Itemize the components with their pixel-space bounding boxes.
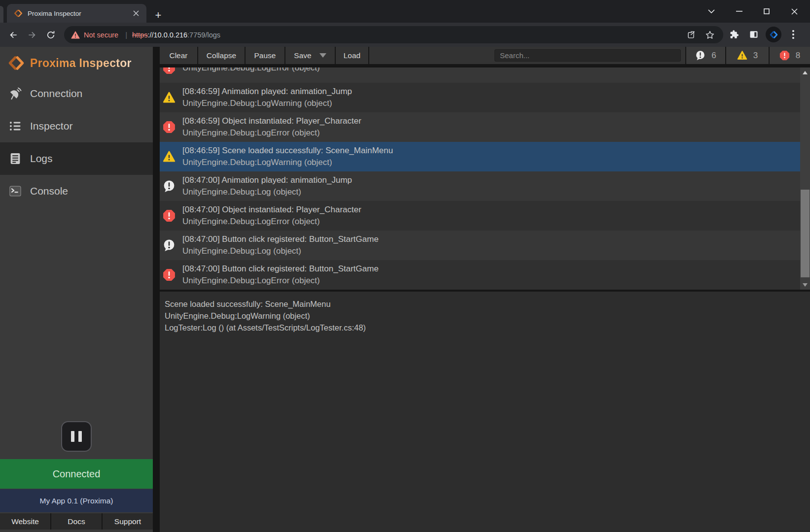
save-dropdown-caret-icon[interactable] <box>319 53 326 58</box>
reload-icon[interactable] <box>41 26 60 44</box>
profile-avatar[interactable] <box>764 25 783 44</box>
log-message: [08:47:00] Animation played: animation_J… <box>182 174 352 186</box>
proxima-app: Proxima Inspector Connection <box>0 47 810 532</box>
bookmark-star-icon[interactable] <box>701 26 719 43</box>
sidebar-item-console[interactable]: Console <box>0 175 153 207</box>
error-icon <box>163 209 176 222</box>
favicon-proxima-icon <box>14 9 23 18</box>
side-panel-icon[interactable] <box>744 25 764 44</box>
log-stacktrace: UnityEngine.Debug:LogError (object) <box>182 127 361 139</box>
close-window-button[interactable] <box>780 0 808 23</box>
sidebar-footer: Website Docs Support <box>0 513 153 530</box>
tab-search-chevron-icon[interactable] <box>698 0 725 23</box>
extensions-puzzle-icon[interactable] <box>724 25 744 44</box>
log-stacktrace: UnityEngine.Debug:Log (object) <box>182 245 379 257</box>
search-input[interactable] <box>494 49 681 62</box>
minimize-button[interactable] <box>725 0 753 23</box>
clear-button[interactable]: Clear <box>160 47 197 64</box>
log-message: [08:46:59] Scene loaded successfully: Sc… <box>182 145 393 157</box>
info-icon <box>163 180 176 193</box>
browser-menu-icon[interactable] <box>783 25 803 44</box>
log-row[interactable]: [08:47:00] Animation played: animation_J… <box>160 171 810 201</box>
error-icon <box>163 121 176 133</box>
error-filter-badge[interactable]: 8 <box>770 47 810 64</box>
log-row-content: [08:47:00] Object instantiated: Player_C… <box>160 201 810 231</box>
log-row-content: [08:46:59] Scene loaded successfully: Sc… <box>160 142 810 171</box>
document-icon <box>8 152 22 166</box>
detail-line: Scene loaded successfully: Scene_MainMen… <box>165 298 810 310</box>
satellite-icon <box>8 87 22 100</box>
sidebar-item-logs[interactable]: Logs <box>0 142 153 175</box>
info-count: 6 <box>711 51 716 61</box>
url-host: ://10.0.0.216 <box>147 31 187 39</box>
new-tab-button[interactable]: + <box>150 7 166 23</box>
tab-stub <box>0 6 3 23</box>
log-stacktrace: UnityEngine.Debug:LogError (object) <box>182 275 379 287</box>
maximize-button[interactable] <box>753 0 780 23</box>
log-stacktrace: UnityEngine.Debug:LogError (object) <box>182 67 320 74</box>
warning-count: 3 <box>753 51 758 61</box>
url-bar[interactable]: Not secure | https ://10.0.0.216 :7759/l… <box>64 26 723 43</box>
log-row[interactable]: [08:46:59] Scene loaded successfully: Sc… <box>160 142 810 171</box>
scroll-up-icon[interactable] <box>800 67 810 77</box>
collapse-button[interactable]: Collapse <box>198 47 245 64</box>
log-row[interactable]: [08:46:59] Animation played: animation_J… <box>160 83 810 112</box>
brand-title: Proxima Inspector <box>30 57 132 70</box>
log-row-content: [08:47:00] Button click registered: Butt… <box>160 231 810 260</box>
not-secure-label: Not secure <box>84 31 118 39</box>
tab-close-icon[interactable] <box>131 8 141 19</box>
log-row[interactable]: UnityEngine.Debug:LogError (object) <box>160 67 810 83</box>
log-list: UnityEngine.Debug:LogError (object) [08:… <box>160 67 810 290</box>
url-path: :7759/logs <box>187 31 220 39</box>
app-info-bar: My App 0.1 (Proxima) <box>0 489 153 512</box>
scroll-down-icon[interactable] <box>800 280 810 290</box>
log-stacktrace: UnityEngine.Debug:LogWarning (object) <box>182 157 393 168</box>
scrollbar-thumb[interactable] <box>801 190 810 277</box>
warning-filter-badge[interactable]: 3 <box>726 47 769 64</box>
log-row-content: [08:46:59] Object instantiated: Player_C… <box>160 112 810 142</box>
log-row-content: [08:46:59] Animation played: animation_J… <box>160 83 810 112</box>
brand: Proxima Inspector <box>8 55 132 71</box>
warning-triangle-icon <box>737 50 747 61</box>
pause-icon <box>71 431 74 442</box>
back-icon[interactable] <box>4 26 23 44</box>
save-button[interactable]: Save <box>285 47 335 64</box>
share-icon[interactable] <box>682 26 701 43</box>
sidebar-nav: Connection Inspector <box>0 77 153 207</box>
sidebar-item-connection[interactable]: Connection <box>0 77 153 110</box>
browser-tab[interactable]: Proxima Inspector <box>7 4 146 23</box>
info-bubble-icon <box>695 50 705 61</box>
log-row-content: [08:47:00] Button click registered: Butt… <box>160 260 810 290</box>
website-link[interactable]: Website <box>0 513 50 530</box>
log-row[interactable]: [08:46:59] Object instantiated: Player_C… <box>160 112 810 142</box>
forward-icon[interactable] <box>23 26 41 44</box>
log-message: [08:47:00] Object instantiated: Player_C… <box>182 204 361 216</box>
error-count: 8 <box>796 51 800 61</box>
avatar-proxima-blue-icon <box>766 27 781 42</box>
logs-toolbar: Clear Collapse Pause Save Load <box>160 47 810 64</box>
connection-status-bar: Connected <box>0 459 153 489</box>
log-stacktrace: UnityEngine.Debug:Log (object) <box>182 186 352 198</box>
sidebar-item-label: Logs <box>30 153 53 165</box>
support-link[interactable]: Support <box>103 513 153 530</box>
log-row[interactable]: [08:47:00] Button click registered: Butt… <box>160 260 810 290</box>
log-message: [08:47:00] Button click registered: Butt… <box>182 263 379 275</box>
error-octagon-icon <box>779 50 790 61</box>
app-info-label: My App 0.1 (Proxima) <box>39 497 113 505</box>
pause-button[interactable]: Pause <box>246 47 284 64</box>
load-button[interactable]: Load <box>336 47 368 64</box>
pause-stream-button[interactable] <box>61 421 92 452</box>
window-controls <box>698 0 808 23</box>
docs-link[interactable]: Docs <box>51 513 102 530</box>
info-filter-badge[interactable]: 6 <box>686 47 725 64</box>
warning-icon <box>163 150 176 163</box>
tab-title: Proxima Inspector <box>28 10 131 17</box>
browser-window: Proxima Inspector + <box>0 0 810 532</box>
log-list-scrollbar[interactable] <box>800 67 810 290</box>
log-row[interactable]: [08:47:00] Object instantiated: Player_C… <box>160 201 810 231</box>
sidebar-item-inspector[interactable]: Inspector <box>0 110 153 142</box>
log-row[interactable]: [08:47:00] Button click registered: Butt… <box>160 231 810 260</box>
info-icon <box>163 239 176 252</box>
warning-icon <box>163 91 176 104</box>
error-icon <box>163 67 176 74</box>
